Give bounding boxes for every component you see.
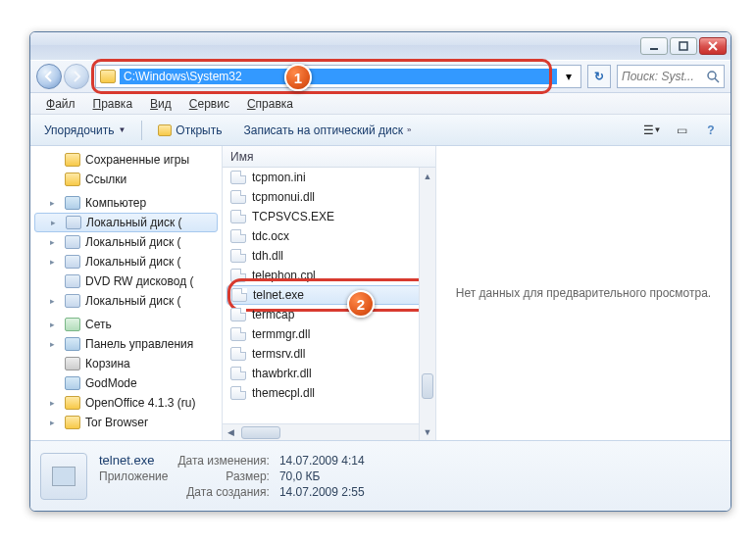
file-item[interactable]: tdc.ocx: [223, 226, 435, 246]
file-icon: [230, 347, 246, 361]
menu-edit[interactable]: Правка: [85, 95, 141, 113]
help-icon[interactable]: ?: [699, 120, 723, 141]
search-placeholder: Поиск: Syst...: [622, 70, 694, 83]
tree-item[interactable]: ▸Локальный диск (: [30, 252, 222, 272]
scroll-down-icon[interactable]: ▼: [420, 423, 435, 440]
scroll-up-icon[interactable]: ▲: [420, 168, 435, 184]
menu-view[interactable]: Вид: [142, 95, 179, 113]
file-item[interactable]: thawbrkr.dll: [223, 364, 435, 383]
annotation-callout-2: 2: [347, 290, 375, 318]
address-bar-wrap: ▾: [95, 65, 581, 88]
toolbar: Упорядочить▼ Открыть Записать на оптичес…: [30, 115, 731, 146]
navbar: ▾ ↻ Поиск: Syst...: [30, 60, 731, 93]
file-list[interactable]: tcpmon.initcpmonui.dllTCPSVCS.EXEtdc.ocx…: [223, 168, 435, 440]
file-item[interactable]: telephon.cpl: [223, 266, 435, 285]
maximize-button[interactable]: [670, 37, 697, 55]
minimize-button[interactable]: [640, 37, 668, 55]
file-icon: [230, 190, 246, 204]
search-box[interactable]: Поиск: Syst...: [617, 65, 725, 88]
svg-line-5: [715, 78, 719, 82]
menu-tools[interactable]: Сервис: [181, 95, 237, 113]
file-icon: [230, 308, 246, 321]
tree-item[interactable]: ▸Компьютер: [30, 193, 222, 213]
file-icon: [230, 249, 246, 263]
file-item[interactable]: tcpmonui.dll: [223, 187, 435, 207]
address-bar[interactable]: ▾: [95, 65, 581, 88]
details-type: Приложение: [99, 469, 168, 483]
file-icon: [230, 386, 246, 400]
view-options-icon[interactable]: ☰ ▼: [640, 120, 664, 141]
tree-item[interactable]: ▸Tor Browser: [30, 413, 222, 432]
tree-item[interactable]: ▸Сеть: [30, 315, 222, 334]
address-input[interactable]: [120, 69, 557, 84]
titlebar: [30, 32, 731, 60]
menu-help[interactable]: Справка: [239, 95, 301, 113]
details-mod-label: Дата изменения:: [177, 454, 270, 468]
close-button[interactable]: [699, 37, 727, 55]
file-icon: [230, 367, 246, 380]
file-item[interactable]: TCPSVCS.EXE: [223, 207, 435, 226]
file-item[interactable]: tdh.dll: [223, 246, 435, 266]
file-item[interactable]: tcpmon.ini: [223, 168, 435, 187]
nav-tree[interactable]: Сохраненные игрыСсылки▸Компьютер▸Локальн…: [30, 146, 223, 440]
tree-item[interactable]: ▸OpenOffice 4.1.3 (ru): [30, 393, 222, 413]
file-icon: [230, 210, 246, 223]
back-button[interactable]: [36, 64, 62, 89]
tree-item[interactable]: ▸Панель управления: [30, 334, 222, 354]
preview-pane-icon[interactable]: ▭: [670, 120, 693, 141]
details-filename: telnet.exe: [99, 453, 168, 468]
preview-pane: Нет данных для предварительного просмотр…: [436, 146, 731, 440]
horizontal-scrollbar[interactable]: ◀: [223, 423, 419, 440]
file-icon: [230, 229, 246, 243]
svg-rect-1: [680, 42, 687, 50]
tree-item[interactable]: Ссылки: [30, 170, 222, 189]
details-mod-value: 14.07.2009 4:14: [279, 454, 365, 468]
file-list-pane: Имя tcpmon.initcpmonui.dllTCPSVCS.EXEtdc…: [223, 146, 436, 440]
address-dropdown-icon[interactable]: ▾: [561, 70, 577, 83]
file-icon: [231, 288, 247, 302]
tree-item[interactable]: ▸Локальный диск (: [30, 291, 222, 311]
explorer-window: ▾ ↻ Поиск: Syst... Файл Правка Вид Серви…: [29, 31, 731, 512]
file-item[interactable]: themecpl.dll: [223, 383, 435, 403]
file-item[interactable]: termcap: [223, 305, 435, 324]
refresh-button[interactable]: ↻: [587, 65, 611, 88]
folder-icon: [100, 70, 116, 83]
vertical-scrollbar[interactable]: ▲ ▼: [419, 168, 435, 440]
open-button[interactable]: Открыть: [152, 121, 227, 140]
file-item[interactable]: termmgr.dll: [223, 324, 435, 344]
svg-point-4: [708, 72, 716, 79]
organize-button[interactable]: Упорядочить▼: [38, 121, 131, 140]
menu-file[interactable]: Файл: [38, 95, 83, 113]
preview-empty-text: Нет данных для предварительного просмотр…: [456, 286, 711, 300]
menubar: Файл Правка Вид Сервис Справка: [30, 93, 731, 115]
details-size-value: 70,0 КБ: [279, 469, 365, 483]
details-created-value: 14.07.2009 2:55: [279, 485, 365, 499]
tree-item[interactable]: Сохраненные игры: [30, 150, 222, 170]
file-icon: [230, 269, 246, 282]
file-icon: [230, 327, 246, 341]
tree-item[interactable]: GodMode: [30, 373, 222, 393]
tree-item[interactable]: DVD RW дисковод (: [30, 272, 222, 291]
file-icon: [230, 171, 246, 184]
body-panes: Сохраненные игрыСсылки▸Компьютер▸Локальн…: [30, 146, 731, 440]
tree-item[interactable]: Корзина: [30, 354, 222, 373]
annotation-callout-1: 1: [284, 64, 312, 91]
tree-item[interactable]: ▸Локальный диск (: [34, 213, 218, 232]
scroll-left-icon[interactable]: ◀: [223, 427, 239, 437]
details-size-label: Размер:: [177, 469, 270, 483]
scroll-thumb[interactable]: [422, 373, 433, 399]
burn-button[interactable]: Записать на оптический диск»: [237, 121, 417, 140]
forward-button[interactable]: [64, 64, 89, 89]
details-created-label: Дата создания:: [177, 485, 270, 499]
file-item[interactable]: termsrv.dll: [223, 344, 435, 364]
file-item[interactable]: telnet.exe: [227, 285, 431, 305]
file-type-icon: [40, 453, 87, 500]
details-pane: telnet.exe Дата изменения: 14.07.2009 4:…: [30, 440, 731, 511]
tree-item[interactable]: ▸Локальный диск (: [30, 232, 222, 252]
column-header-name[interactable]: Имя: [223, 146, 435, 168]
search-icon: [706, 70, 720, 83]
hscroll-thumb[interactable]: [241, 426, 280, 439]
